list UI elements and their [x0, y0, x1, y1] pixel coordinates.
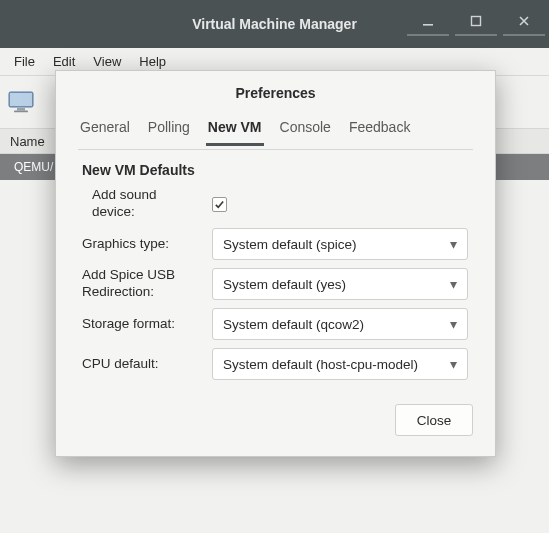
cpu-label: CPU default: — [82, 356, 202, 373]
svg-rect-1 — [472, 17, 481, 26]
close-button-label: Close — [417, 413, 452, 428]
chevron-down-icon: ▾ — [450, 276, 457, 292]
titlebar: Virtual Machine Manager — [0, 0, 549, 48]
tab-console[interactable]: Console — [278, 113, 333, 145]
graphics-label: Graphics type: — [82, 236, 202, 253]
storage-select[interactable]: System default (qcow2) ▾ — [212, 308, 468, 340]
cpu-select[interactable]: System default (host-cpu-model) ▾ — [212, 348, 468, 380]
column-header-name: Name — [10, 134, 45, 149]
graphics-value: System default (spice) — [223, 237, 357, 252]
storage-row: Storage format: System default (qcow2) ▾ — [82, 304, 469, 344]
tab-feedback[interactable]: Feedback — [347, 113, 412, 145]
tab-polling[interactable]: Polling — [146, 113, 192, 145]
sound-label: Add sound device: — [82, 187, 202, 221]
monitor-icon — [8, 91, 34, 113]
checkmark-icon — [214, 199, 225, 210]
spice-usb-row: Add Spice USB Redirection: System defaul… — [82, 264, 469, 304]
preferences-dialog: Preferences General Polling New VM Conso… — [55, 70, 496, 457]
svg-rect-0 — [423, 24, 433, 26]
menu-edit[interactable]: Edit — [45, 51, 83, 72]
sound-checkbox[interactable] — [212, 197, 227, 212]
close-button[interactable]: Close — [395, 404, 473, 436]
cpu-row: CPU default: System default (host-cpu-mo… — [82, 344, 469, 384]
new-vm-section: New VM Defaults Add sound device: Graphi… — [56, 150, 495, 392]
tab-new-vm[interactable]: New VM — [206, 113, 264, 146]
window-controls — [407, 8, 545, 36]
svg-rect-4 — [17, 108, 25, 111]
maximize-button[interactable] — [455, 8, 497, 36]
spice-usb-select[interactable]: System default (yes) ▾ — [212, 268, 468, 300]
cpu-value: System default (host-cpu-model) — [223, 357, 418, 372]
graphics-row: Graphics type: System default (spice) ▾ — [82, 224, 469, 264]
chevron-down-icon: ▾ — [450, 356, 457, 372]
sound-row: Add sound device: — [82, 184, 469, 224]
tab-general[interactable]: General — [78, 113, 132, 145]
tablist: General Polling New VM Console Feedback — [56, 113, 495, 149]
svg-rect-3 — [10, 93, 32, 106]
menu-file[interactable]: File — [6, 51, 43, 72]
close-window-button[interactable] — [503, 8, 545, 36]
dialog-footer: Close — [56, 392, 495, 456]
storage-value: System default (qcow2) — [223, 317, 364, 332]
section-heading: New VM Defaults — [82, 162, 469, 178]
svg-rect-5 — [14, 111, 28, 113]
storage-label: Storage format: — [82, 316, 202, 333]
menu-view[interactable]: View — [85, 51, 129, 72]
minimize-button[interactable] — [407, 8, 449, 36]
spice-usb-label: Add Spice USB Redirection: — [82, 267, 202, 301]
spice-usb-value: System default (yes) — [223, 277, 346, 292]
menu-help[interactable]: Help — [131, 51, 174, 72]
dialog-title: Preferences — [56, 71, 495, 113]
chevron-down-icon: ▾ — [450, 316, 457, 332]
graphics-select[interactable]: System default (spice) ▾ — [212, 228, 468, 260]
chevron-down-icon: ▾ — [450, 236, 457, 252]
connection-label: QEMU/ — [14, 160, 53, 174]
